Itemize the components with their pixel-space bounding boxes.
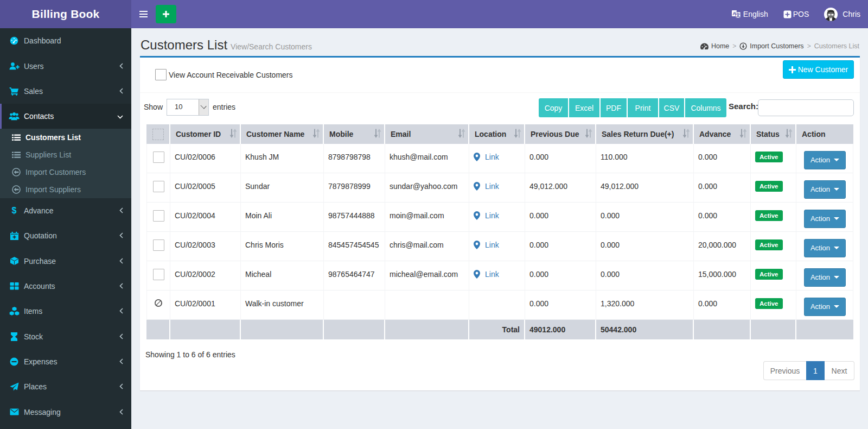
svg-text:文: 文 bbox=[735, 12, 741, 18]
